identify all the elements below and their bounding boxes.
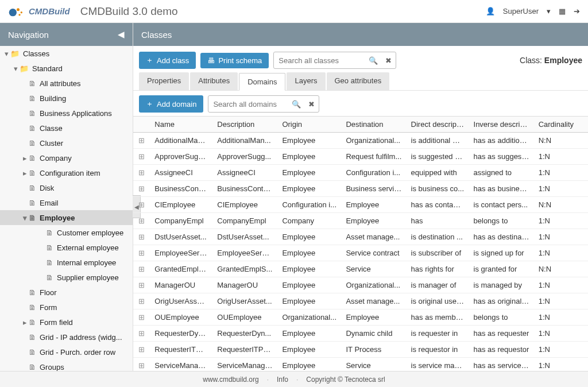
nav-tree-item[interactable]: 🗎Floor bbox=[0, 285, 133, 300]
tree-toggle-icon[interactable]: ▸ bbox=[21, 154, 29, 162]
table-row[interactable]: ⊞GrantedEmplS...GrantedEmplS...EmployeeS… bbox=[133, 261, 588, 277]
user-name[interactable]: SuperUser bbox=[503, 7, 539, 16]
logout-icon[interactable]: ➔ bbox=[574, 7, 580, 16]
nav-tree-item[interactable]: 🗎Groups bbox=[0, 359, 133, 371]
table-cell: OrigUserAsset... bbox=[212, 293, 277, 309]
table-row[interactable]: ⊞ManagerOUManagerOUEmployeeOrganizationa… bbox=[133, 277, 588, 293]
nav-tree-item[interactable]: 🗎Internal employee bbox=[0, 255, 133, 270]
column-header[interactable]: Inverse descrip... bbox=[469, 117, 534, 133]
expand-row-icon[interactable]: ⊞ bbox=[133, 229, 150, 245]
search-domains: 🔍 ✖ bbox=[208, 95, 319, 113]
nav-tree-item[interactable]: 🗎Customer employee bbox=[0, 225, 133, 240]
table-row[interactable]: ⊞DstUserAsset...DstUserAsset...EmployeeA… bbox=[133, 229, 588, 245]
table-row[interactable]: ⊞OUEmployeeOUEmployeeOrganizational...Em… bbox=[133, 309, 588, 326]
tree-toggle-icon[interactable]: ▾ bbox=[2, 49, 10, 58]
tree-toggle-icon[interactable]: ▸ bbox=[21, 318, 29, 327]
grid-apps-icon[interactable]: ▦ bbox=[559, 7, 566, 16]
table-row[interactable]: ⊞AdditionalMan...AdditionalMan...Employe… bbox=[133, 133, 588, 149]
nav-tree-item[interactable]: ▾📁Classes bbox=[0, 46, 133, 61]
table-row[interactable]: ⊞CompanyEmplCompanyEmplCompanyEmployeeha… bbox=[133, 213, 588, 229]
expand-row-icon[interactable]: ⊞ bbox=[133, 358, 150, 371]
collapse-nav-icon[interactable]: ◀ bbox=[118, 29, 125, 40]
expand-row-icon[interactable]: ⊞ bbox=[133, 165, 150, 181]
table-row[interactable]: ⊞OrigUserAsset...OrigUserAsset...Employe… bbox=[133, 293, 588, 309]
search-icon[interactable]: 🔍 bbox=[289, 100, 304, 109]
table-cell: is additional m... bbox=[407, 133, 469, 149]
clear-search-icon[interactable]: ✖ bbox=[304, 100, 319, 109]
user-menu-caret-icon[interactable]: ▾ bbox=[547, 7, 551, 16]
tree-toggle-icon[interactable]: ▾ bbox=[11, 64, 20, 73]
tab-attributes[interactable]: Attributes bbox=[190, 72, 238, 90]
nav-tree-item[interactable]: 🗎Supplier employee bbox=[0, 270, 133, 285]
user-icon[interactable]: 👤 bbox=[486, 7, 495, 16]
table-row[interactable]: ⊞CIEmployeeCIEmployeeConfiguration i...E… bbox=[133, 197, 588, 213]
nav-tree-item[interactable]: ▸🗎Form field bbox=[0, 315, 133, 330]
logo-text: CMDBuild bbox=[29, 6, 70, 16]
tab-layers[interactable]: Layers bbox=[287, 72, 325, 90]
nav-tree-item[interactable]: ▾📁Standard bbox=[0, 61, 133, 76]
tab-geo-attributes[interactable]: Geo attributes bbox=[327, 72, 390, 90]
column-header[interactable]: Name bbox=[150, 117, 212, 133]
tree-toggle-icon[interactable]: ▸ bbox=[21, 169, 29, 177]
search-classes-input[interactable] bbox=[274, 56, 366, 65]
expand-row-icon[interactable]: ⊞ bbox=[133, 309, 150, 326]
column-header[interactable]: Destination bbox=[341, 117, 406, 133]
nav-tree-item[interactable]: 🗎Disk bbox=[0, 180, 133, 195]
nav-tree-item[interactable]: 🗎Building bbox=[0, 91, 133, 106]
table-cell: 1:N bbox=[534, 213, 588, 229]
nav-tree-item[interactable]: 🗎All attributes bbox=[0, 76, 133, 91]
nav-tree-item[interactable]: 🗎Email bbox=[0, 195, 133, 210]
add-domain-button[interactable]: ＋ Add domain bbox=[139, 95, 203, 113]
expand-row-icon[interactable]: ⊞ bbox=[133, 181, 150, 197]
nav-tree-item[interactable]: 🗎Grid - IP address (widg... bbox=[0, 330, 133, 345]
nav-tree-item[interactable]: 🗎Cluster bbox=[0, 136, 133, 150]
expand-row-icon[interactable]: ⊞ bbox=[133, 293, 150, 309]
search-icon[interactable]: 🔍 bbox=[366, 56, 381, 65]
tree-toggle-icon[interactable]: ▾ bbox=[21, 214, 29, 222]
search-domains-input[interactable] bbox=[208, 100, 289, 109]
table-cell: is suggested o... bbox=[407, 149, 469, 165]
nav-tree-item[interactable]: ▸🗎Configuration item bbox=[0, 165, 133, 180]
footer-info-link[interactable]: Info bbox=[277, 376, 288, 384]
footer: www.cmdbuild.org · Info · Copyright © Te… bbox=[0, 371, 588, 387]
nav-tree-item[interactable]: ▸🗎Company bbox=[0, 150, 133, 165]
expand-row-icon[interactable]: ⊞ bbox=[133, 213, 150, 229]
expand-row-icon[interactable]: ⊞ bbox=[133, 133, 150, 149]
column-header[interactable]: Description bbox=[212, 117, 277, 133]
table-cell: is granted for bbox=[469, 261, 534, 277]
nav-tree-item[interactable]: 🗎Classe bbox=[0, 121, 133, 136]
table-row[interactable]: ⊞EmployeeServi...EmployeeServi...Employe… bbox=[133, 245, 588, 261]
nav-tree-item[interactable]: 🗎Form bbox=[0, 300, 133, 315]
user-area: 👤 SuperUser ▾ ▦ ➔ bbox=[486, 7, 580, 16]
expand-row-icon[interactable]: ⊞ bbox=[133, 277, 150, 293]
table-row[interactable]: ⊞RequesterDyn...RequesterDyn...EmployeeD… bbox=[133, 326, 588, 342]
expand-row-icon[interactable]: ⊞ bbox=[133, 245, 150, 261]
nav-tree-item[interactable]: 🗎Business Applications bbox=[0, 106, 133, 121]
column-header[interactable]: Cardinality bbox=[534, 117, 588, 133]
expand-row-icon[interactable]: ⊞ bbox=[133, 197, 150, 213]
tree-label: Disk bbox=[40, 184, 54, 192]
expand-row-icon[interactable]: ⊞ bbox=[133, 342, 150, 358]
tab-domains[interactable]: Domains bbox=[239, 73, 285, 91]
column-header[interactable]: Direct descript... bbox=[407, 117, 469, 133]
expand-row-icon[interactable]: ⊞ bbox=[133, 326, 150, 342]
expand-row-icon[interactable]: ⊞ bbox=[133, 261, 150, 277]
table-row[interactable]: ⊞BusinessConta...BusinessConta...Employe… bbox=[133, 181, 588, 197]
table-row[interactable]: ⊞ServiceManag...ServiceManage...Employee… bbox=[133, 358, 588, 371]
print-schema-button[interactable]: 🖶 Print schema bbox=[200, 53, 269, 68]
table-row[interactable]: ⊞ApproverSugg...ApproverSugg...EmployeeR… bbox=[133, 149, 588, 165]
expand-row-icon[interactable]: ⊞ bbox=[133, 149, 150, 165]
footer-site-link[interactable]: www.cmdbuild.org bbox=[203, 376, 258, 384]
column-header[interactable]: Origin bbox=[277, 117, 341, 133]
nav-tree-item[interactable]: ▾🗎Employee bbox=[0, 210, 133, 225]
tab-properties[interactable]: Properties bbox=[139, 72, 189, 90]
nav-tree-scroll[interactable]: ▾📁Classes▾📁Standard🗎All attributes🗎Build… bbox=[0, 46, 133, 371]
nav-tree-item[interactable]: 🗎External employee bbox=[0, 240, 133, 255]
table-cell: EmployeeServi... bbox=[150, 245, 212, 261]
clear-search-icon[interactable]: ✖ bbox=[381, 56, 396, 65]
domains-grid-scroll[interactable]: NameDescriptionOriginDestinationDirect d… bbox=[133, 117, 588, 371]
table-row[interactable]: ⊞RequesterITProcRequesterITProcEmployeeI… bbox=[133, 342, 588, 358]
add-class-button[interactable]: ＋ Add class bbox=[139, 52, 196, 69]
table-row[interactable]: ⊞AssigneeCIAssigneeCIEmployeeConfigurati… bbox=[133, 165, 588, 181]
nav-tree-item[interactable]: 🗎Grid - Purch. order row bbox=[0, 345, 133, 359]
